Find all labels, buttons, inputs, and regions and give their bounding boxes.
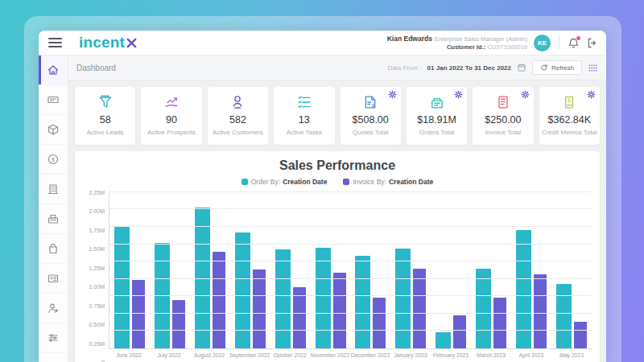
bar-invoice-march-2023[interactable] — [493, 298, 506, 348]
bar-invoice-april-2023[interactable] — [534, 274, 547, 348]
gridline — [109, 208, 592, 209]
chart-title: Sales Performance — [83, 158, 592, 173]
bar-group-june-2022 — [109, 192, 150, 348]
kpi-label: Credit Memos Total — [542, 129, 597, 138]
crm-card-icon — [47, 93, 60, 106]
sidebar-item-cash-register[interactable] — [39, 204, 68, 234]
kpi-card-active-prospects[interactable]: 90Active Prospects — [141, 87, 201, 145]
kpi-card-orders-total[interactable]: $18.91MOrders Total — [407, 87, 467, 145]
hamburger-menu-icon[interactable] — [48, 35, 62, 50]
top-header-bar: incent Kian EdwardsEnterprise Sales Mana… — [39, 31, 606, 56]
sidebar-item-currency-coin[interactable]: $ — [39, 145, 68, 175]
logout-icon[interactable] — [586, 37, 598, 49]
bar-invoice-november-2022[interactable] — [333, 273, 346, 348]
bar-group-november-2022 — [311, 192, 351, 348]
x-tick-label: February 2023 — [431, 349, 471, 362]
bar-order-november-2022[interactable] — [316, 248, 331, 348]
kpi-card-active-customers[interactable]: 582Active Customers — [208, 87, 268, 145]
bar-order-december-2022[interactable] — [355, 256, 370, 348]
bar-invoice-january-2023[interactable] — [413, 269, 426, 348]
kpi-label: Active Prospects — [143, 129, 199, 138]
bar-order-march-2023[interactable] — [476, 269, 491, 348]
bell-icon[interactable] — [568, 37, 580, 49]
bar-group-august-2022 — [190, 192, 230, 348]
bar-group-january-2023 — [390, 192, 431, 348]
kpi-card-invoice-total[interactable]: $250.00Invoice Total — [473, 87, 533, 145]
kpi-value: 582 — [210, 114, 266, 125]
bar-group-march-2023 — [471, 192, 511, 348]
sidebar-item-add-contact[interactable] — [39, 294, 68, 323]
topbar-right-group: Kian EdwardsEnterprise Sales Manager (Ad… — [387, 35, 598, 51]
kpi-card-active-leads[interactable]: 58Active Leads — [75, 87, 135, 145]
kpi-value: 90 — [143, 114, 199, 125]
add-contact-icon — [47, 302, 60, 315]
sidebar-item-home[interactable] — [39, 56, 68, 85]
kpi-label: Active Tasks — [276, 129, 332, 138]
bar-invoice-february-2023[interactable] — [453, 315, 466, 348]
bar-invoice-june-2022[interactable] — [132, 280, 145, 348]
svg-text:$: $ — [372, 102, 375, 108]
legend-item-1[interactable]: Invoice By:Creation Date — [343, 178, 433, 186]
user-name: Kian Edwards — [387, 35, 432, 43]
gear-icon[interactable] — [454, 90, 463, 99]
sidebar-item-filter-sliders[interactable] — [39, 323, 68, 353]
user-info[interactable]: Kian EdwardsEnterprise Sales Manager (Ad… — [387, 35, 527, 51]
gear-icon[interactable] — [388, 90, 397, 99]
legend-label: Invoice By: — [353, 178, 386, 186]
gridline — [109, 191, 592, 192]
bar-invoice-may-2023[interactable] — [574, 322, 587, 348]
bar-order-may-2023[interactable] — [556, 284, 572, 348]
kpi-card-credit-memos-total[interactable]: $$362.84KCredit Memos Total — [539, 87, 600, 145]
kpi-card-active-tasks[interactable]: 13Active Tasks — [274, 87, 334, 145]
bar-invoice-september-2022[interactable] — [253, 269, 266, 348]
kpi-card-quotes-total[interactable]: $$508.00Quotes Total — [341, 87, 401, 145]
avatar[interactable]: KE — [534, 35, 551, 51]
kpi-label: Orders Total — [409, 129, 464, 138]
legend-value: Creation Date — [283, 178, 327, 186]
bar-group-december-2022 — [351, 192, 391, 348]
currency-coin-icon: $ — [47, 153, 60, 166]
grid-icon[interactable] — [588, 63, 598, 73]
bars-layer — [109, 192, 592, 348]
x-tick-label: November 2022 — [310, 349, 350, 362]
bar-group-july-2022 — [150, 192, 190, 348]
y-tick-label: 0.50M — [89, 322, 105, 327]
x-tick-label: March 2023 — [471, 349, 511, 362]
x-tick-label: September 2022 — [229, 349, 270, 362]
bar-invoice-october-2022[interactable] — [293, 287, 306, 348]
main-area: Dashboard Data From : 01 Jan 2022 To 31 … — [68, 56, 606, 362]
bar-invoice-july-2022[interactable] — [172, 300, 185, 348]
calendar-icon[interactable] — [517, 63, 526, 72]
logo-x-mark — [126, 37, 138, 49]
kpi-row: 58Active Leads90Active Prospects582Activ… — [75, 87, 600, 145]
bar-order-october-2022[interactable] — [275, 249, 291, 348]
subheader-bar: Dashboard Data From : 01 Jan 2022 To 31 … — [68, 56, 606, 80]
bar-order-february-2023[interactable] — [436, 332, 451, 348]
y-tick-label: 0 — [101, 360, 105, 362]
y-tick-label: 1.25M — [89, 265, 105, 270]
notification-dot — [576, 36, 580, 40]
sidebar-item-company-building[interactable] — [39, 175, 68, 204]
date-range-value[interactable]: 01 Jan 2022 To 31 Dec 2022 — [427, 64, 511, 72]
sidebar-item-package[interactable] — [39, 115, 68, 145]
bar-invoice-december-2022[interactable] — [373, 298, 386, 348]
bar-group-february-2023 — [431, 192, 471, 348]
chart-legend: Order By:Creation DateInvoice By:Creatio… — [83, 178, 592, 186]
svg-text:$: $ — [52, 157, 55, 162]
legend-value: Creation Date — [389, 178, 433, 186]
bar-invoice-august-2022[interactable] — [213, 252, 225, 348]
sidebar-item-shopping-bag[interactable] — [39, 234, 68, 264]
gridline — [109, 226, 592, 227]
gear-icon[interactable] — [587, 90, 596, 99]
svg-text:$: $ — [568, 97, 571, 103]
gear-icon[interactable] — [521, 90, 530, 99]
legend-item-0[interactable]: Order By:Creation Date — [242, 178, 328, 186]
sidebar-item-crm-card[interactable] — [39, 85, 68, 115]
refresh-button[interactable]: Refresh — [532, 60, 582, 75]
sidebar-nav: $ — [39, 56, 68, 362]
cash-register-icon — [47, 212, 60, 225]
bar-order-january-2023[interactable] — [395, 249, 411, 348]
gridline — [109, 261, 592, 261]
filter-sliders-icon — [47, 331, 60, 344]
sidebar-item-billing-card[interactable] — [39, 264, 68, 294]
